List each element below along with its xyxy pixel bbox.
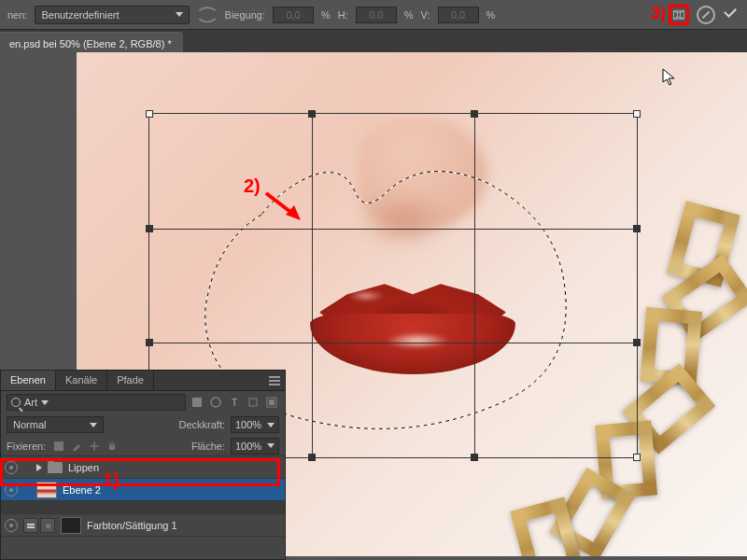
filter-smart-icon[interactable] — [264, 395, 279, 410]
annotation-1: 1) — [103, 469, 120, 491]
document-tab-strip: en.psd bei 50% (Ebene 2, RGB/8) * — [0, 30, 747, 54]
mask-thumb — [61, 517, 81, 534]
panel-menu-icon[interactable] — [264, 371, 285, 390]
document-title: en.psd bei 50% (Ebene 2, RGB/8) * — [9, 38, 172, 49]
pct-label-3: % — [486, 9, 496, 21]
layers-list: Lippen Ebene 2 ⟐ Farbton/Sättigung 1 — [1, 456, 285, 559]
pct-label: % — [321, 9, 331, 21]
commit-icon[interactable] — [723, 8, 740, 21]
visibility-icon[interactable] — [5, 461, 18, 474]
opacity-field[interactable]: 100% — [231, 416, 279, 433]
svg-rect-10 — [27, 524, 35, 525]
fill-field[interactable]: 100% — [231, 438, 279, 455]
cancel-icon[interactable] — [697, 6, 715, 24]
layer-row-folder[interactable]: Lippen — [1, 456, 285, 479]
panel-tabs: Ebenen Kanäle Pfade — [1, 371, 285, 391]
fill-value: 100% — [235, 441, 261, 452]
lock-label: Fixieren: — [7, 441, 46, 452]
document-tab[interactable]: en.psd bei 50% (Ebene 2, RGB/8) * — [0, 32, 183, 54]
opacity-label: Deckkraft: — [178, 419, 225, 430]
h-label: H: — [338, 9, 348, 21]
annotation-2: 2) — [244, 175, 261, 197]
filter-adjust-icon[interactable] — [208, 395, 223, 410]
warp-preset-dropdown[interactable]: Benutzerdefiniert — [35, 6, 189, 24]
annotation-3: 3) — [651, 4, 666, 23]
warp-preset-value: Benutzerdefiniert — [41, 9, 119, 21]
lock-all-icon[interactable] — [105, 439, 120, 454]
layer-row-selected[interactable]: Ebene 2 — [1, 479, 285, 501]
lock-position-icon[interactable] — [87, 439, 102, 454]
v-field[interactable]: 0,0 — [438, 7, 479, 23]
tab-channels[interactable]: Kanäle — [56, 371, 107, 390]
layer-name: Farbton/Sättigung 1 — [87, 520, 177, 531]
svg-point-4 — [211, 398, 220, 407]
pct-label-2: % — [404, 9, 414, 21]
visibility-icon[interactable] — [5, 519, 18, 532]
v-label: V: — [421, 9, 430, 21]
blend-mode-dropdown[interactable]: Normal — [7, 416, 104, 433]
filter-shape-icon[interactable] — [246, 395, 261, 410]
svg-rect-3 — [192, 398, 202, 407]
chevron-down-icon — [176, 12, 183, 17]
chevron-down-icon — [267, 443, 275, 448]
tab-paths[interactable]: Pfade — [107, 371, 154, 390]
h-field[interactable]: 0,0 — [356, 7, 397, 23]
svg-rect-7 — [269, 399, 275, 405]
svg-rect-11 — [27, 526, 35, 528]
link-icon: ⟐ — [40, 518, 55, 533]
warp-toggle-button[interactable] — [669, 5, 689, 25]
chevron-down-icon — [267, 423, 275, 427]
layers-panel: Ebenen Kanäle Pfade Art T Normal Deckkra… — [0, 370, 286, 560]
layer-name: Lippen — [68, 462, 99, 473]
filter-pixel-icon[interactable] — [190, 395, 204, 410]
adjustment-icon — [23, 518, 38, 533]
layer-name: Ebene 2 — [63, 484, 101, 496]
options-bar: nen: Benutzerdefiniert Biegung: 0,0 % H:… — [0, 0, 747, 30]
chevron-down-icon — [41, 400, 49, 405]
visibility-icon[interactable] — [5, 483, 18, 497]
opacity-value: 100% — [235, 419, 261, 430]
filter-type-dropdown[interactable]: Art — [7, 394, 186, 411]
cursor-icon — [662, 68, 677, 87]
filter-type-icon[interactable]: T — [227, 395, 242, 410]
annotation-arrow — [261, 189, 308, 228]
layer-thumb — [36, 482, 57, 498]
folder-icon — [48, 462, 63, 473]
bend-field[interactable]: 0,0 — [273, 7, 314, 23]
lock-brush-icon[interactable] — [69, 439, 84, 454]
bend-label: Biegung: — [225, 9, 265, 21]
orientation-icon[interactable] — [197, 5, 218, 25]
disclosure-icon[interactable] — [36, 464, 42, 471]
warp-preset-label: nen: — [7, 9, 27, 21]
fill-label: Fläche: — [191, 441, 225, 452]
layer-row-adjustment[interactable]: ⟐ Farbton/Sättigung 1 — [1, 514, 285, 537]
svg-marker-2 — [286, 205, 301, 220]
tab-layers[interactable]: Ebenen — [1, 371, 56, 390]
svg-rect-8 — [54, 441, 63, 451]
filter-type-value: Art — [24, 397, 37, 408]
chevron-down-icon — [90, 423, 97, 427]
blend-mode-value: Normal — [13, 419, 46, 430]
lock-pixels-icon[interactable] — [51, 439, 66, 454]
svg-rect-5 — [249, 399, 257, 406]
svg-rect-9 — [109, 445, 115, 450]
search-icon — [11, 398, 21, 407]
